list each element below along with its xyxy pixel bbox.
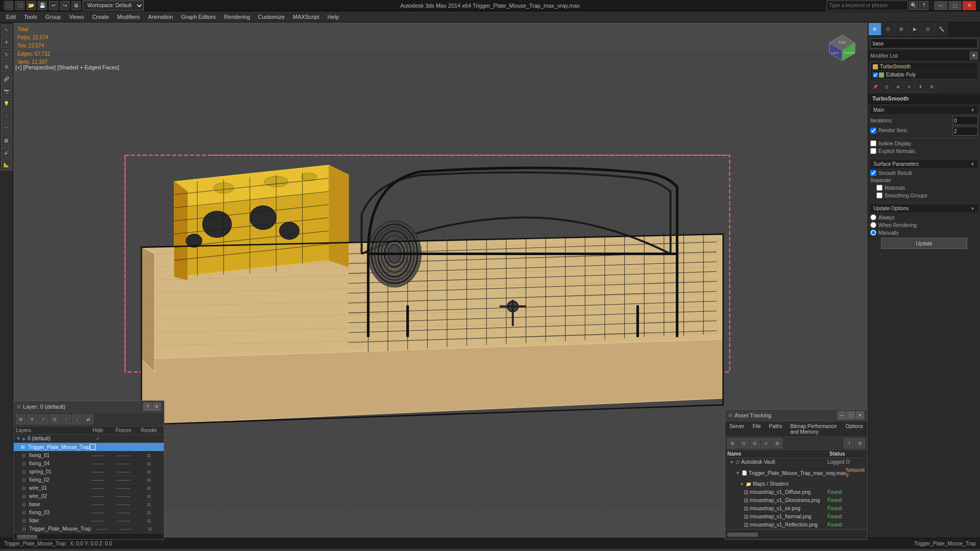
menu-views[interactable]: Views <box>65 11 88 22</box>
search-btn[interactable]: 🔍 <box>909 1 918 10</box>
layers-swap[interactable]: ⇄ <box>83 414 93 424</box>
asset-btn-3[interactable]: ⊟ <box>750 438 760 448</box>
asset-row-maps[interactable]: ▼ 📁 Maps / Shaders <box>736 480 867 488</box>
rp-tab-motion[interactable]: ▶ <box>908 22 921 36</box>
nav-cube[interactable]: TOP FRONT LEFT <box>827 33 857 63</box>
stack-configure[interactable]: ⚙ <box>926 82 937 92</box>
stack-make-unique[interactable]: ⊕ <box>893 82 903 92</box>
layers-add[interactable]: + <box>38 414 48 424</box>
asset-menu-options[interactable]: Options <box>844 422 865 436</box>
manually-radio[interactable] <box>870 230 876 236</box>
materials-checkbox[interactable] <box>876 185 883 191</box>
measure-btn[interactable]: 📐 <box>1 159 12 170</box>
asset-btn-5[interactable]: ⊞ <box>772 438 782 448</box>
menu-customize[interactable]: Customize <box>254 11 289 22</box>
asset-help-btn[interactable]: ? <box>844 438 854 448</box>
asset-maximize-btn[interactable]: □ <box>847 411 855 419</box>
smooth-result-checkbox[interactable] <box>870 170 876 176</box>
stack-collapse[interactable]: ⬇ <box>915 82 925 92</box>
menu-graph-editors[interactable]: Graph Editors <box>177 11 220 22</box>
layer-row-fixing03[interactable]: ⊟ fixing_03 ──── ──── ⊟ <box>20 509 164 517</box>
menu-modifiers[interactable]: Modifiers <box>113 11 144 22</box>
asset-close-btn[interactable]: ✕ <box>856 411 864 419</box>
select-filter-btn[interactable]: ▦ <box>1 135 12 146</box>
surface-params-header[interactable]: Surface Parameters ▼ <box>870 160 978 168</box>
menu-edit[interactable]: Edit <box>2 11 20 22</box>
layers-select-all[interactable]: ⊞ <box>16 414 26 424</box>
space-warp-btn[interactable]: 〰 <box>1 122 12 134</box>
modifier-list-dropdown[interactable]: ▼ <box>970 52 978 60</box>
layer-row-wire01[interactable]: ⊟ wire_01 ──── ──── ⊟ <box>20 484 164 492</box>
layers-move-down[interactable]: ↓ <box>72 414 82 424</box>
layers-hscroll[interactable] <box>14 533 164 539</box>
toolbar-btn-undo[interactable]: ↩ <box>49 1 58 10</box>
rotate-btn[interactable]: ↻ <box>1 49 12 60</box>
main-section-header[interactable]: Main ▼ <box>870 106 978 114</box>
when-rendering-radio[interactable] <box>870 222 876 228</box>
menu-help[interactable]: Help <box>324 11 344 22</box>
search-input[interactable] <box>826 1 908 11</box>
asset-menu-paths[interactable]: Paths <box>767 422 785 436</box>
stack-pin[interactable]: 📌 <box>870 82 880 92</box>
asset-menu-server[interactable]: Server <box>727 422 746 436</box>
stack-remove[interactable]: ✕ <box>904 82 914 92</box>
editable-poly-checkbox[interactable] <box>873 72 878 78</box>
asset-menu-bitmap[interactable]: Bitmap Performance and Memory <box>788 422 839 436</box>
asset-row-reflection[interactable]: 🖼 mousetrap_v1_Reflection.png Found <box>740 521 867 529</box>
asset-bottom-scroll[interactable] <box>725 529 867 539</box>
light-btn[interactable]: 💡 <box>1 98 12 109</box>
asset-hscroll-thumb[interactable] <box>727 533 758 537</box>
asset-menu-file[interactable]: File <box>750 422 763 436</box>
rp-tab-display[interactable]: ⊟ <box>921 22 935 36</box>
layer-row-fixing04[interactable]: ⊟ fixing_04 ──── ──── ⊟ <box>20 460 164 468</box>
always-radio[interactable] <box>870 214 876 220</box>
render-iters-checkbox[interactable] <box>870 128 876 134</box>
asset-btn-1[interactable]: ⊞ <box>727 438 738 448</box>
render-iters-input[interactable] <box>952 127 978 136</box>
update-button[interactable]: Update <box>881 238 967 249</box>
toolbar-btn-redo[interactable]: ↪ <box>60 1 69 10</box>
move-btn[interactable]: ✛ <box>1 37 12 48</box>
layer-row-default[interactable]: ▼ ◈ 0 (default) ✓ <box>14 435 164 443</box>
stack-show-end[interactable]: ⊡ <box>881 82 892 92</box>
rp-tab-hierarchy[interactable]: ⊞ <box>895 22 908 36</box>
select-btn[interactable]: ↖ <box>1 24 12 36</box>
rp-tab-create[interactable]: ⊕ <box>868 22 881 36</box>
modifier-turbsmooth[interactable]: TurboSmooth <box>871 63 977 71</box>
layer-row-fixing02[interactable]: ⊟ fixing_02 ──── ──── ⊟ <box>20 476 164 484</box>
close-btn[interactable]: ✕ <box>963 1 976 10</box>
layer-row-fixing01[interactable]: ⊟ fixing_01 ──── ──── ⊟ <box>20 452 164 460</box>
toolbar-btn-open[interactable]: 📂 <box>27 1 36 10</box>
paint-btn[interactable]: 🖌 <box>1 147 12 158</box>
help-btn[interactable]: ? <box>919 1 928 10</box>
rp-tab-modify[interactable]: ⊡ <box>881 22 895 36</box>
update-options-header[interactable]: Update Options ▼ <box>870 205 978 212</box>
asset-row-diffuse[interactable]: 🖼 mousetrap_v1_Diffuse.png Found <box>740 488 867 496</box>
workspace-select[interactable]: Workspace: Default <box>83 1 144 11</box>
layers-subtract[interactable]: ⊟ <box>50 414 60 424</box>
scale-btn[interactable]: ⊞ <box>1 61 12 72</box>
menu-create[interactable]: Create <box>88 11 113 22</box>
asset-btn-2[interactable]: ⊡ <box>739 438 749 448</box>
camera-btn[interactable]: 📷 <box>1 86 12 97</box>
asset-row-glossiness[interactable]: 🖼 mousetrap_v1_Glossiness.png Found <box>740 496 867 505</box>
menu-group[interactable]: Group <box>41 11 65 22</box>
layers-help-btn[interactable]: ? <box>143 403 152 411</box>
menu-maxscript[interactable]: MAXScript <box>289 11 324 22</box>
explicit-normals-checkbox[interactable] <box>870 148 876 154</box>
asset-btn-4[interactable]: ≡ <box>761 438 771 448</box>
asset-row-normal[interactable]: 🖼 mousetrap_v1_Normal.png Found <box>740 513 867 521</box>
toolbar-btn-display[interactable]: 🖥 <box>71 1 81 10</box>
app-icon[interactable]: ⬛ <box>4 1 13 10</box>
maximize-btn[interactable]: □ <box>948 1 962 10</box>
layer-row-trigger-plate[interactable]: ⊟ Trigger_Plate_Mouse_Trap ──── ──── ⊟ <box>20 525 164 533</box>
layer-row-fider[interactable]: ⊟ fider ──── ──── ⊟ <box>20 517 164 525</box>
menu-rendering[interactable]: Rendering <box>220 11 254 22</box>
toolbar-btn-new[interactable]: ⬛ <box>15 1 24 10</box>
asset-row-ior[interactable]: 🖼 mousetrap_v1_ior.png Found <box>740 505 867 513</box>
modifier-search-input[interactable] <box>870 38 978 48</box>
asset-minimize-btn[interactable]: ─ <box>838 411 846 419</box>
asset-settings-btn[interactable]: ⚙ <box>855 438 865 448</box>
layer-row-wire02[interactable]: ⊟ wire_02 ──── ──── ⊟ <box>20 492 164 500</box>
layers-close-btn[interactable]: ✕ <box>153 403 161 411</box>
